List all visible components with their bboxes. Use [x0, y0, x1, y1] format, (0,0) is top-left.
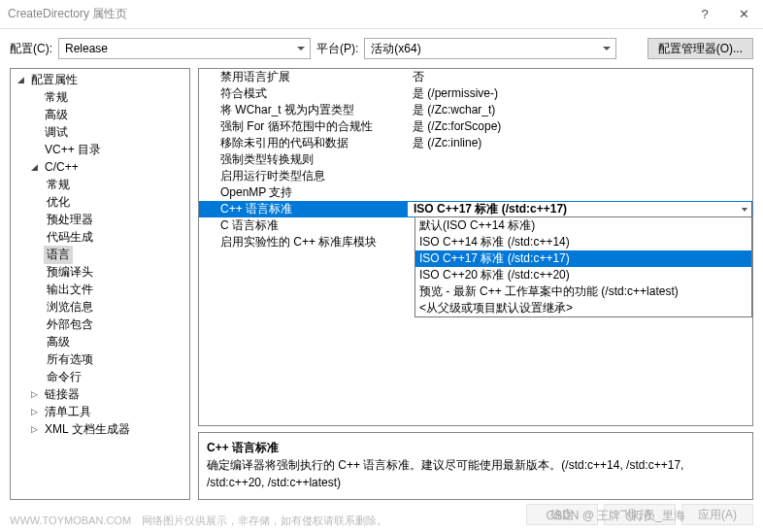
- dropdown-option[interactable]: 预览 - 最新 C++ 工作草案中的功能 (/std:c++latest): [415, 283, 751, 300]
- tree-item[interactable]: 调试: [11, 123, 189, 141]
- tree-item[interactable]: 高级: [11, 333, 189, 350]
- prop-row[interactable]: 移除未引用的代码和数据 是 (/Zc:inline): [199, 135, 752, 151]
- expand-icon[interactable]: ▷: [28, 423, 40, 435]
- tree-linker[interactable]: ▷链接器: [11, 385, 189, 403]
- collapse-icon[interactable]: ◢: [15, 74, 26, 85]
- dropdown-option[interactable]: ISO C++14 标准 (/std:c++14): [415, 234, 751, 250]
- tree-cpp[interactable]: ◢C/C++: [11, 158, 189, 176]
- config-toolbar: 配置(C): Release 平台(P): 活动(x64) 配置管理器(O)..…: [0, 29, 763, 68]
- platform-value: 活动(x64): [371, 41, 420, 57]
- prop-row[interactable]: 强制 For 循环范围中的合规性 是 (/Zc:forScope): [199, 118, 752, 135]
- prop-row[interactable]: OpenMP 支持: [199, 184, 752, 201]
- config-label: 配置(C):: [10, 41, 52, 57]
- help-button[interactable]: ?: [685, 0, 724, 29]
- tree-item[interactable]: 所有选项: [11, 350, 189, 368]
- tree-manifest[interactable]: ▷清单工具: [11, 403, 189, 420]
- dropdown-option[interactable]: <从父级或项目默认设置继承>: [415, 300, 751, 316]
- tree-item[interactable]: 外部包含: [11, 316, 189, 333]
- category-tree[interactable]: ◢ 配置属性 常规 高级 调试 VC++ 目录 ◢C/C++ 常规 优化 预处理…: [10, 68, 190, 500]
- prop-row[interactable]: 符合模式 是 (/permissive-): [199, 85, 752, 102]
- prop-row[interactable]: 启用运行时类型信息: [199, 168, 752, 184]
- tree-item-language[interactable]: 语言: [11, 246, 189, 263]
- prop-row[interactable]: 强制类型转换规则: [199, 151, 752, 168]
- tree-item[interactable]: 优化: [11, 193, 189, 211]
- config-value: Release: [65, 42, 108, 55]
- dropdown-option[interactable]: 默认(ISO C++14 标准): [415, 217, 751, 234]
- tree-item[interactable]: 输出文件: [11, 281, 189, 298]
- prop-row-cpp-standard[interactable]: C++ 语言标准 ISO C++17 标准 (/std:c++17): [199, 201, 752, 217]
- description-text: 确定编译器将强制执行的 C++ 语言标准。建议尽可能使用最新版本。(/std:c…: [207, 456, 745, 491]
- close-button[interactable]: ✕: [724, 0, 763, 29]
- cpp-standard-dropdown[interactable]: ISO C++17 标准 (/std:c++17): [407, 201, 752, 217]
- tree-item[interactable]: 浏览信息: [11, 298, 189, 316]
- tree-root[interactable]: ◢ 配置属性: [11, 71, 189, 88]
- dropdown-option-selected[interactable]: ISO C++17 标准 (/std:c++17): [415, 250, 751, 267]
- right-panel: 禁用语言扩展 否 符合模式 是 (/permissive-) 将 WChar_t…: [198, 68, 753, 500]
- description-box: C++ 语言标准 确定编译器将强制执行的 C++ 语言标准。建议尽可能使用最新版…: [198, 432, 753, 500]
- tree-item[interactable]: VC++ 目录: [11, 141, 189, 158]
- watermark-author: CSDN @ 王牌飞行员_里海: [546, 508, 685, 524]
- prop-row[interactable]: 将 WChar_t 视为内置类型 是 (/Zc:wchar_t): [199, 102, 752, 118]
- expand-icon[interactable]: ▷: [28, 388, 40, 400]
- tree-item[interactable]: 高级: [11, 106, 189, 123]
- property-grid[interactable]: 禁用语言扩展 否 符合模式 是 (/permissive-) 将 WChar_t…: [198, 68, 753, 426]
- description-title: C++ 语言标准: [207, 439, 745, 456]
- main-area: ◢ 配置属性 常规 高级 调试 VC++ 目录 ◢C/C++ 常规 优化 预处理…: [0, 68, 763, 500]
- dropdown-option[interactable]: ISO C++20 标准 (/std:c++20): [415, 267, 751, 283]
- tree-item[interactable]: 预处理器: [11, 211, 189, 228]
- tree-item[interactable]: 预编译头: [11, 263, 189, 281]
- tree-item[interactable]: 命令行: [11, 368, 189, 385]
- expand-icon[interactable]: ▷: [28, 406, 40, 417]
- platform-label: 平台(P):: [316, 41, 358, 57]
- tree-item[interactable]: 常规: [11, 176, 189, 193]
- config-manager-button[interactable]: 配置管理器(O)...: [647, 38, 753, 59]
- window-title: CreateDirectory 属性页: [8, 6, 685, 22]
- tree-xml[interactable]: ▷XML 文档生成器: [11, 420, 189, 438]
- titlebar: CreateDirectory 属性页 ? ✕: [0, 0, 763, 29]
- tree-item[interactable]: 代码生成: [11, 228, 189, 246]
- apply-button[interactable]: 应用(A): [681, 504, 753, 525]
- collapse-icon[interactable]: ◢: [28, 161, 40, 173]
- watermark: WWW.TOYMOBAN.COM 网络图片仅供展示，非存储，如有侵权请联系删除。: [10, 514, 387, 528]
- config-combo[interactable]: Release: [58, 38, 311, 59]
- cpp-standard-options[interactable]: 默认(ISO C++14 标准) ISO C++14 标准 (/std:c++1…: [415, 216, 752, 317]
- tree-item[interactable]: 常规: [11, 88, 189, 106]
- platform-combo[interactable]: 活动(x64): [364, 38, 616, 59]
- prop-row[interactable]: 禁用语言扩展 否: [199, 69, 752, 85]
